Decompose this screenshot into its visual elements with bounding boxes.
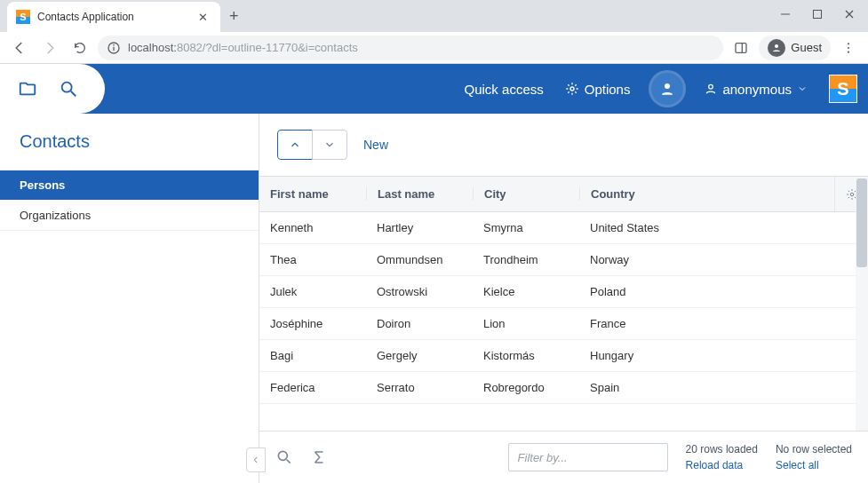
svg-line-20 bbox=[287, 460, 291, 463]
forward-button[interactable] bbox=[37, 36, 62, 60]
avatar-icon bbox=[768, 39, 785, 57]
url-host: localhost: bbox=[128, 41, 177, 54]
gear-icon bbox=[565, 82, 579, 96]
cell-first-name: Thea bbox=[259, 253, 366, 266]
expand-all-button[interactable] bbox=[312, 130, 347, 160]
svg-point-9 bbox=[775, 44, 778, 48]
status-bar: 20 rows loaded Reload data No row select… bbox=[259, 432, 868, 483]
cell-first-name: Joséphine bbox=[259, 317, 366, 330]
select-all-link[interactable]: Select all bbox=[776, 459, 852, 471]
selection-label: No row selected bbox=[776, 443, 852, 455]
data-table: First name Last name City Country Kennet… bbox=[259, 176, 868, 432]
cell-last-name: Ommundsen bbox=[366, 253, 473, 266]
app-header: Quick access Options anonymous bbox=[0, 64, 868, 114]
cell-city: Smyrna bbox=[473, 221, 579, 234]
column-country[interactable]: Country bbox=[579, 187, 834, 201]
cell-city: Robregordo bbox=[473, 381, 579, 394]
new-tab-button[interactable]: + bbox=[229, 7, 239, 26]
filter-input[interactable] bbox=[508, 443, 668, 471]
table-row[interactable]: JoséphineDoironLionFrance bbox=[259, 308, 868, 340]
svg-point-16 bbox=[665, 83, 670, 89]
folder-icon[interactable] bbox=[18, 79, 37, 99]
svg-point-17 bbox=[709, 84, 713, 89]
user-icon bbox=[705, 83, 717, 95]
address-bar: localhost:8082/?dl=outline-11770&i=conta… bbox=[0, 32, 868, 64]
cell-country: Spain bbox=[579, 381, 834, 394]
scrollbar[interactable] bbox=[856, 177, 868, 431]
browser-chrome: Contacts Application ✕ + localhost:8082/… bbox=[0, 0, 868, 64]
svg-point-11 bbox=[848, 46, 849, 48]
tab-title: Contacts Application bbox=[37, 11, 195, 23]
reload-data-link[interactable]: Reload data bbox=[686, 459, 758, 471]
options-label: Options bbox=[585, 82, 631, 97]
cell-country: France bbox=[579, 317, 834, 330]
svg-point-13 bbox=[62, 83, 72, 92]
cell-country: United States bbox=[579, 221, 834, 234]
header-left-group bbox=[0, 64, 105, 114]
svg-point-15 bbox=[570, 87, 574, 91]
sidebar: Contacts PersonsOrganizations bbox=[0, 114, 259, 483]
cell-first-name: Federica bbox=[259, 381, 366, 394]
table-row[interactable]: BagiGergelyKistormásHungary bbox=[259, 340, 868, 372]
table-row[interactable]: FedericaSerratoRobregordoSpain bbox=[259, 372, 868, 404]
site-info-icon[interactable] bbox=[107, 41, 121, 55]
browser-tab[interactable]: Contacts Application ✕ bbox=[7, 2, 220, 32]
user-label: anonymous bbox=[722, 82, 792, 97]
cell-city: Kistormás bbox=[473, 349, 579, 362]
favicon-icon bbox=[16, 10, 30, 24]
url-field[interactable]: localhost:8082/?dl=outline-11770&i=conta… bbox=[98, 36, 723, 60]
table-row[interactable]: KennethHartleySmyrnaUnited States bbox=[259, 212, 868, 244]
main-panel: New First name Last name City Country Ke… bbox=[259, 114, 868, 483]
profile-button[interactable]: Guest bbox=[759, 36, 831, 60]
sigma-icon[interactable] bbox=[311, 449, 327, 465]
svg-point-6 bbox=[113, 44, 115, 45]
cell-city: Lion bbox=[473, 317, 579, 330]
search-icon[interactable] bbox=[275, 448, 293, 466]
cell-last-name: Hartley bbox=[366, 221, 473, 234]
svg-line-14 bbox=[71, 91, 76, 97]
cell-country: Hungary bbox=[579, 349, 834, 362]
toolbar: New bbox=[259, 114, 868, 176]
browser-menu-button[interactable] bbox=[836, 36, 861, 60]
cell-first-name: Kenneth bbox=[259, 221, 366, 234]
profile-label: Guest bbox=[791, 41, 822, 54]
cell-city: Trondheim bbox=[473, 253, 579, 266]
cell-first-name: Julek bbox=[259, 285, 366, 298]
brand-logo bbox=[829, 75, 857, 103]
table-header: First name Last name City Country bbox=[259, 177, 868, 212]
chevron-down-icon bbox=[797, 83, 808, 94]
table-row[interactable]: JulekOstrowskiKielcePoland bbox=[259, 276, 868, 308]
options-link[interactable]: Options bbox=[565, 82, 631, 97]
svg-point-12 bbox=[848, 51, 849, 52]
svg-point-10 bbox=[848, 43, 849, 44]
column-last-name[interactable]: Last name bbox=[366, 187, 473, 201]
back-button[interactable] bbox=[7, 36, 32, 60]
sidebar-item-persons[interactable]: Persons bbox=[0, 170, 259, 200]
cell-last-name: Gergely bbox=[366, 349, 473, 362]
collapse-all-button[interactable] bbox=[277, 130, 313, 160]
svg-point-19 bbox=[278, 451, 287, 460]
reload-button[interactable] bbox=[68, 36, 92, 60]
svg-point-18 bbox=[850, 193, 854, 196]
collapse-expand-group bbox=[277, 130, 347, 160]
collapse-sidebar-button[interactable] bbox=[246, 447, 266, 472]
column-city[interactable]: City bbox=[473, 187, 579, 201]
rows-loaded-label: 20 rows loaded bbox=[686, 443, 758, 455]
side-panel-icon[interactable] bbox=[729, 36, 753, 60]
user-menu[interactable]: anonymous bbox=[705, 82, 808, 97]
sidebar-item-organizations[interactable]: Organizations bbox=[0, 200, 259, 230]
page-title: Contacts bbox=[0, 114, 259, 170]
new-button[interactable]: New bbox=[363, 138, 388, 152]
search-icon[interactable] bbox=[59, 79, 78, 99]
cell-last-name: Ostrowski bbox=[366, 285, 473, 298]
cell-city: Kielce bbox=[473, 285, 579, 298]
close-tab-button[interactable]: ✕ bbox=[195, 11, 211, 24]
cell-country: Norway bbox=[579, 253, 834, 266]
cell-last-name: Doiron bbox=[366, 317, 473, 330]
url-path: 8082/?dl=outline-11770&i=contacts bbox=[177, 41, 358, 54]
column-first-name[interactable]: First name bbox=[259, 187, 366, 201]
cell-country: Poland bbox=[579, 285, 834, 298]
user-avatar[interactable] bbox=[651, 73, 683, 105]
quick-access-link[interactable]: Quick access bbox=[465, 82, 544, 97]
table-row[interactable]: TheaOmmundsenTrondheimNorway bbox=[259, 244, 868, 276]
